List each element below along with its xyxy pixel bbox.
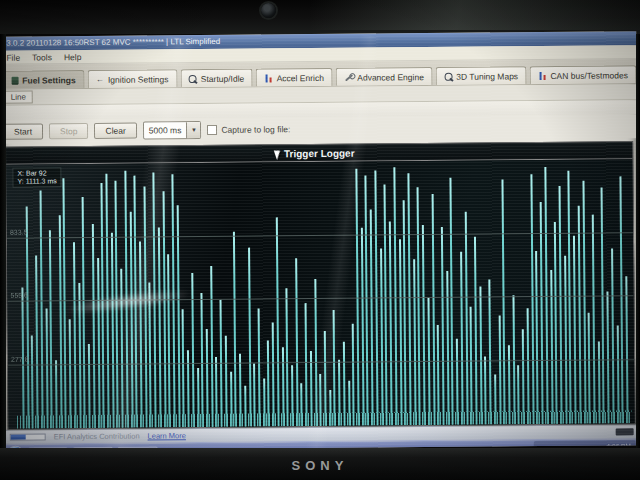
- trigger-bar: [582, 181, 586, 424]
- photo-of-laptop: { "window": { "title": "3.0.2 20110128 1…: [0, 0, 640, 480]
- tab-label: Advanced Engine: [357, 72, 424, 83]
- mouse-cursor: [274, 149, 283, 160]
- laptop-bottom-bezel: SONY: [0, 448, 640, 480]
- menu-tools[interactable]: Tools: [32, 52, 52, 62]
- trigger-bar: [63, 178, 67, 428]
- trigger-bar: [470, 307, 473, 425]
- trigger-bar: [393, 168, 397, 426]
- laptop-screen: 3.0.2 20110128 16:50RST 62 MVC *********…: [0, 31, 640, 451]
- trigger-bar: [361, 228, 365, 426]
- trigger-bar: [69, 319, 72, 428]
- trigger-bar: [601, 188, 605, 424]
- trigger-bar: [625, 276, 628, 423]
- y-tick-label: 555.6: [10, 292, 28, 299]
- tab-advanced-engine[interactable]: Advanced Engine: [335, 67, 432, 86]
- trigger-bar: [620, 176, 624, 423]
- trigger-bar: [365, 176, 369, 426]
- checkbox-box[interactable]: [207, 125, 217, 135]
- trigger-bar: [498, 316, 501, 425]
- trigger-bar: [120, 269, 123, 428]
- trigger-bar: [398, 239, 402, 425]
- trigger-bar: [191, 273, 194, 427]
- clear-button[interactable]: Clear: [94, 123, 136, 139]
- trigger-bar: [149, 282, 152, 427]
- trigger-bar: [527, 309, 530, 425]
- laptop-left-bezel: [0, 34, 6, 448]
- trigger-logger-window: Trigger Logger X: Bar 92 Y: 1111.3 ms 83…: [5, 141, 635, 429]
- trigger-bar: [460, 252, 464, 425]
- chart-title: Trigger Logger: [284, 147, 355, 159]
- trigger-bar: [39, 190, 43, 428]
- trigger-bar: [111, 233, 115, 428]
- trigger-bar: [134, 176, 138, 428]
- tab-ignition-settings[interactable]: ←Ignition Settings: [87, 69, 177, 88]
- tab-accel-enrich[interactable]: Accel Enrich: [256, 68, 333, 87]
- trigger-bar: [592, 215, 596, 424]
- learn-more-link[interactable]: Learn More: [148, 431, 186, 440]
- trigger-bar: [479, 286, 482, 424]
- trigger-bar: [182, 309, 185, 427]
- webcam: [261, 3, 276, 18]
- logger-controls: Start Stop Clear 5000 ms ▼ Capture to lo…: [1, 114, 637, 144]
- stop-button[interactable]: Stop: [49, 123, 89, 139]
- subtab-line[interactable]: Line: [4, 91, 33, 104]
- laptop-right-bezel: [636, 34, 640, 448]
- trigger-bar: [158, 228, 162, 428]
- trigger-bar: [314, 279, 317, 426]
- sony-logo: SONY: [0, 458, 640, 473]
- progress-bar: [10, 433, 46, 440]
- trigger-bar: [522, 329, 525, 424]
- trigger-bar: [333, 310, 336, 426]
- tab-fuel-settings[interactable]: Fuel Settings: [3, 70, 85, 89]
- trigger-bar: [35, 256, 39, 429]
- trigger-bar: [407, 173, 411, 425]
- chevron-down-icon[interactable]: ▼: [186, 122, 200, 138]
- tab-can-bus-testmodes[interactable]: CAN bus/Testmodes: [530, 65, 637, 84]
- tab-startup-idle[interactable]: Startup/Idle: [180, 69, 253, 88]
- trigger-bar: [550, 270, 553, 424]
- trigger-bar: [530, 174, 534, 424]
- trigger-bar: [554, 222, 558, 424]
- trigger-bar: [413, 259, 416, 425]
- status-badge: [616, 428, 634, 435]
- trigger-bar: [564, 256, 567, 424]
- trigger-bar: [258, 309, 261, 427]
- menu-help[interactable]: Help: [64, 52, 82, 62]
- trigger-bar: [324, 331, 327, 426]
- menu-file[interactable]: File: [6, 52, 20, 62]
- chart-plot-area[interactable]: X: Bar 92 Y: 1111.3 ms 833.5555.6277.8: [6, 159, 634, 428]
- trigger-bar: [611, 249, 615, 424]
- trigger-bar: [167, 255, 171, 428]
- trigger-bar: [380, 249, 384, 426]
- trigger-bar: [588, 312, 591, 423]
- status-ad-text: EFI Analytics Contribution: [54, 432, 140, 442]
- trigger-bar: [101, 183, 105, 428]
- start-button[interactable]: Start: [3, 123, 43, 139]
- tab-label: CAN bus/Testmodes: [550, 70, 628, 81]
- trigger-bar: [431, 194, 435, 426]
- tab-label: 3D Tuning Maps: [456, 71, 518, 82]
- trigger-bar: [248, 247, 252, 426]
- trigger-bar: [305, 303, 308, 426]
- trigger-bar: [474, 236, 478, 424]
- magnifier-icon: [444, 72, 452, 80]
- tab-label: Ignition Settings: [108, 74, 169, 85]
- trigger-bar: [422, 225, 426, 425]
- magnifier-icon: [189, 75, 197, 83]
- trigger-bar: [352, 324, 355, 426]
- trigger-bar: [464, 211, 468, 424]
- bars-icon: [538, 71, 546, 80]
- trigger-bar: [417, 187, 421, 425]
- trigger-bar: [73, 242, 77, 428]
- trigger-bar: [286, 288, 289, 426]
- trigger-bar: [206, 329, 209, 427]
- trigger-bar: [607, 292, 610, 424]
- trigger-bar: [139, 241, 143, 427]
- tab-label: Fuel Settings: [22, 75, 75, 85]
- duration-select[interactable]: 5000 ms ▼: [143, 121, 202, 140]
- tab-3d-tuning-maps[interactable]: 3D Tuning Maps: [435, 66, 526, 85]
- capture-checkbox[interactable]: Capture to log file:: [207, 124, 290, 135]
- arrow-icon: ←: [96, 75, 104, 84]
- laptop-top-bezel: [0, 0, 640, 34]
- trigger-bar: [201, 293, 204, 427]
